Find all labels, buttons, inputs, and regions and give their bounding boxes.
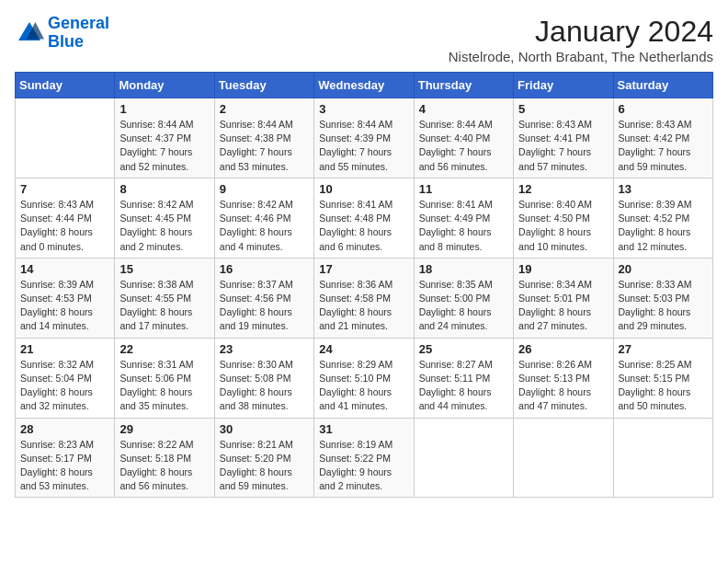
day-info: Sunrise: 8:33 AMSunset: 5:03 PMDaylight:… [619,278,708,334]
logo-icon [15,18,44,48]
day-number: 30 [220,422,309,436]
weekday-header: Thursday [414,73,513,98]
day-info: Sunrise: 8:25 AMSunset: 5:15 PMDaylight:… [619,358,708,414]
day-info: Sunrise: 8:19 AMSunset: 5:22 PMDaylight:… [319,438,408,494]
day-info: Sunrise: 8:42 AMSunset: 4:46 PMDaylight:… [220,198,309,254]
day-info: Sunrise: 8:44 AMSunset: 4:39 PMDaylight:… [319,118,408,174]
day-info: Sunrise: 8:34 AMSunset: 5:01 PMDaylight:… [518,278,608,334]
day-info: Sunrise: 8:40 AMSunset: 4:50 PMDaylight:… [518,198,608,254]
day-info: Sunrise: 8:44 AMSunset: 4:40 PMDaylight:… [419,118,508,174]
calendar-cell: 11Sunrise: 8:41 AMSunset: 4:49 PMDayligh… [414,178,513,258]
day-info: Sunrise: 8:35 AMSunset: 5:00 PMDaylight:… [419,278,508,334]
day-info: Sunrise: 8:38 AMSunset: 4:55 PMDaylight:… [119,278,209,334]
day-info: Sunrise: 8:41 AMSunset: 4:48 PMDaylight:… [319,198,408,254]
day-number: 1 [119,102,209,116]
calendar-cell: 12Sunrise: 8:40 AMSunset: 4:50 PMDayligh… [514,178,613,258]
day-info: Sunrise: 8:44 AMSunset: 4:38 PMDaylight:… [220,118,309,174]
calendar-cell: 27Sunrise: 8:25 AMSunset: 5:15 PMDayligh… [613,338,712,418]
weekday-header: Tuesday [214,73,313,98]
day-number: 21 [20,342,109,356]
calendar-cell [414,418,513,498]
calendar-cell: 17Sunrise: 8:36 AMSunset: 4:58 PMDayligh… [314,258,414,338]
calendar-cell: 14Sunrise: 8:39 AMSunset: 4:53 PMDayligh… [16,258,115,338]
calendar-cell: 21Sunrise: 8:32 AMSunset: 5:04 PMDayligh… [16,338,115,418]
calendar-table: SundayMondayTuesdayWednesdayThursdayFrid… [15,72,713,498]
day-number: 12 [518,182,608,196]
day-number: 16 [220,262,309,276]
day-number: 9 [220,182,309,196]
day-number: 25 [419,342,508,356]
calendar-cell: 24Sunrise: 8:29 AMSunset: 5:10 PMDayligh… [314,338,414,418]
day-number: 6 [619,102,708,116]
calendar-cell: 8Sunrise: 8:42 AMSunset: 4:45 PMDaylight… [115,178,214,258]
day-info: Sunrise: 8:21 AMSunset: 5:20 PMDaylight:… [220,438,309,494]
calendar-cell [16,98,115,178]
logo-text: General Blue [48,15,109,52]
day-info: Sunrise: 8:31 AMSunset: 5:06 PMDaylight:… [119,358,209,414]
calendar-cell: 1Sunrise: 8:44 AMSunset: 4:37 PMDaylight… [115,98,214,178]
day-number: 7 [20,182,109,196]
day-info: Sunrise: 8:32 AMSunset: 5:04 PMDaylight:… [20,358,109,414]
day-number: 8 [119,182,209,196]
day-number: 29 [119,422,209,436]
day-info: Sunrise: 8:41 AMSunset: 4:49 PMDaylight:… [419,198,508,254]
calendar-cell: 10Sunrise: 8:41 AMSunset: 4:48 PMDayligh… [314,178,414,258]
title-block: January 2024 Nistelrode, North Brabant, … [449,15,713,64]
calendar-cell: 19Sunrise: 8:34 AMSunset: 5:01 PMDayligh… [514,258,613,338]
calendar-cell: 6Sunrise: 8:43 AMSunset: 4:42 PMDaylight… [613,98,712,178]
day-info: Sunrise: 8:36 AMSunset: 4:58 PMDaylight:… [319,278,408,334]
calendar-cell: 25Sunrise: 8:27 AMSunset: 5:11 PMDayligh… [414,338,513,418]
weekday-header: Saturday [613,73,712,98]
calendar-cell: 26Sunrise: 8:26 AMSunset: 5:13 PMDayligh… [514,338,613,418]
day-number: 14 [20,262,109,276]
calendar-week-row: 28Sunrise: 8:23 AMSunset: 5:17 PMDayligh… [16,418,713,498]
calendar-cell: 30Sunrise: 8:21 AMSunset: 5:20 PMDayligh… [214,418,313,498]
calendar-cell: 5Sunrise: 8:43 AMSunset: 4:41 PMDaylight… [514,98,613,178]
day-info: Sunrise: 8:44 AMSunset: 4:37 PMDaylight:… [119,118,209,174]
day-number: 11 [419,182,508,196]
day-number: 26 [518,342,608,356]
weekday-header: Wednesday [314,73,414,98]
day-number: 27 [619,342,708,356]
calendar-cell: 15Sunrise: 8:38 AMSunset: 4:55 PMDayligh… [115,258,214,338]
calendar-cell: 23Sunrise: 8:30 AMSunset: 5:08 PMDayligh… [214,338,313,418]
day-number: 4 [419,102,508,116]
day-info: Sunrise: 8:29 AMSunset: 5:10 PMDaylight:… [319,358,408,414]
day-info: Sunrise: 8:39 AMSunset: 4:52 PMDaylight:… [619,198,708,254]
calendar-cell: 22Sunrise: 8:31 AMSunset: 5:06 PMDayligh… [115,338,214,418]
calendar-cell: 16Sunrise: 8:37 AMSunset: 4:56 PMDayligh… [214,258,313,338]
calendar-cell: 2Sunrise: 8:44 AMSunset: 4:38 PMDaylight… [214,98,313,178]
day-number: 31 [319,422,408,436]
day-info: Sunrise: 8:43 AMSunset: 4:44 PMDaylight:… [20,198,109,254]
calendar-cell [613,418,712,498]
calendar-week-row: 21Sunrise: 8:32 AMSunset: 5:04 PMDayligh… [16,338,713,418]
month-title: January 2024 [449,15,713,49]
calendar-cell: 9Sunrise: 8:42 AMSunset: 4:46 PMDaylight… [214,178,313,258]
day-info: Sunrise: 8:22 AMSunset: 5:18 PMDaylight:… [119,438,209,494]
day-info: Sunrise: 8:39 AMSunset: 4:53 PMDaylight:… [20,278,109,334]
calendar-cell: 31Sunrise: 8:19 AMSunset: 5:22 PMDayligh… [314,418,414,498]
day-info: Sunrise: 8:26 AMSunset: 5:13 PMDaylight:… [518,358,608,414]
day-info: Sunrise: 8:30 AMSunset: 5:08 PMDaylight:… [220,358,309,414]
day-info: Sunrise: 8:43 AMSunset: 4:42 PMDaylight:… [619,118,708,174]
calendar-header-row: SundayMondayTuesdayWednesdayThursdayFrid… [16,73,713,98]
day-number: 22 [119,342,209,356]
weekday-header: Monday [115,73,214,98]
calendar-week-row: 1Sunrise: 8:44 AMSunset: 4:37 PMDaylight… [16,98,713,178]
day-number: 18 [419,262,508,276]
calendar-week-row: 14Sunrise: 8:39 AMSunset: 4:53 PMDayligh… [16,258,713,338]
calendar-cell: 13Sunrise: 8:39 AMSunset: 4:52 PMDayligh… [613,178,712,258]
day-number: 15 [119,262,209,276]
day-info: Sunrise: 8:23 AMSunset: 5:17 PMDaylight:… [20,438,109,494]
calendar-cell: 4Sunrise: 8:44 AMSunset: 4:40 PMDaylight… [414,98,513,178]
day-number: 24 [319,342,408,356]
day-number: 28 [20,422,109,436]
day-number: 2 [220,102,309,116]
calendar-cell: 18Sunrise: 8:35 AMSunset: 5:00 PMDayligh… [414,258,513,338]
day-number: 19 [518,262,608,276]
calendar-week-row: 7Sunrise: 8:43 AMSunset: 4:44 PMDaylight… [16,178,713,258]
weekday-header: Sunday [16,73,115,98]
day-number: 17 [319,262,408,276]
day-number: 3 [319,102,408,116]
logo: General Blue [15,15,109,52]
